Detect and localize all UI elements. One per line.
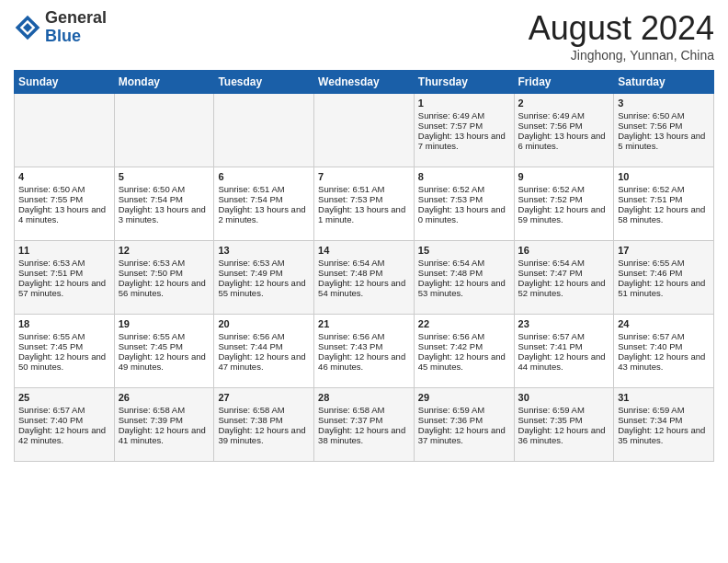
cell-info: Sunset: 7:40 PM (18, 415, 110, 425)
cell-info: Daylight: 13 hours and 7 minutes. (418, 131, 510, 151)
calendar-cell: 21Sunrise: 6:56 AMSunset: 7:43 PMDayligh… (314, 315, 415, 388)
weekday-header-cell: Sunday (15, 71, 115, 94)
calendar-table: SundayMondayTuesdayWednesdayThursdayFrid… (14, 70, 714, 462)
day-number: 17 (618, 245, 710, 256)
day-number: 25 (18, 392, 110, 403)
calendar-cell (214, 94, 314, 167)
cell-info: Sunrise: 6:55 AM (18, 331, 110, 341)
weekday-header-row: SundayMondayTuesdayWednesdayThursdayFrid… (15, 71, 714, 94)
cell-info: Sunrise: 6:50 AM (119, 184, 210, 194)
cell-info: Daylight: 12 hours and 45 minutes. (418, 351, 510, 372)
day-number: 31 (618, 392, 710, 403)
calendar-cell: 12Sunrise: 6:53 AMSunset: 7:50 PMDayligh… (114, 241, 214, 315)
calendar-cell: 30Sunrise: 6:59 AMSunset: 7:35 PMDayligh… (514, 388, 614, 462)
day-number: 20 (218, 318, 310, 329)
weekday-header-cell: Saturday (614, 71, 714, 94)
cell-info: Sunset: 7:44 PM (218, 341, 310, 351)
day-number: 15 (418, 245, 510, 256)
cell-info: Daylight: 13 hours and 0 minutes. (418, 204, 510, 224)
cell-info: Daylight: 13 hours and 5 minutes. (618, 131, 710, 151)
calendar-cell (15, 94, 115, 167)
cell-info: Daylight: 12 hours and 56 minutes. (119, 278, 210, 298)
cell-info: Sunset: 7:54 PM (119, 194, 210, 204)
calendar-cell: 31Sunrise: 6:59 AMSunset: 7:34 PMDayligh… (614, 388, 714, 462)
cell-info: Daylight: 13 hours and 4 minutes. (18, 204, 110, 224)
day-number: 6 (218, 171, 310, 182)
logo: General Blue (14, 9, 107, 46)
cell-info: Sunrise: 6:51 AM (318, 184, 410, 194)
day-number: 21 (318, 318, 410, 329)
calendar-cell: 17Sunrise: 6:55 AMSunset: 7:46 PMDayligh… (614, 241, 714, 315)
cell-info: Sunrise: 6:57 AM (618, 331, 710, 341)
logo-general: General (45, 8, 107, 27)
cell-info: Sunset: 7:41 PM (518, 341, 610, 351)
cell-info: Sunrise: 6:54 AM (518, 258, 610, 268)
calendar-cell: 1Sunrise: 6:49 AMSunset: 7:57 PMDaylight… (414, 94, 514, 167)
calendar-cell: 13Sunrise: 6:53 AMSunset: 7:49 PMDayligh… (214, 241, 314, 315)
calendar-cell: 18Sunrise: 6:55 AMSunset: 7:45 PMDayligh… (15, 315, 115, 388)
cell-info: Sunset: 7:43 PM (318, 341, 410, 351)
calendar-cell: 23Sunrise: 6:57 AMSunset: 7:41 PMDayligh… (514, 315, 614, 388)
calendar-week-row: 11Sunrise: 6:53 AMSunset: 7:51 PMDayligh… (15, 241, 714, 315)
calendar-cell: 22Sunrise: 6:56 AMSunset: 7:42 PMDayligh… (414, 315, 514, 388)
cell-info: Sunset: 7:35 PM (518, 415, 610, 425)
cell-info: Daylight: 12 hours and 41 minutes. (119, 425, 210, 445)
location: Jinghong, Yunnan, China (529, 48, 714, 63)
cell-info: Daylight: 12 hours and 39 minutes. (218, 425, 310, 445)
calendar-cell: 6Sunrise: 6:51 AMSunset: 7:54 PMDaylight… (214, 167, 314, 241)
cell-info: Sunrise: 6:51 AM (218, 184, 310, 194)
cell-info: Daylight: 12 hours and 43 minutes. (618, 351, 710, 372)
calendar-cell: 5Sunrise: 6:50 AMSunset: 7:54 PMDaylight… (114, 167, 214, 241)
cell-info: Sunset: 7:51 PM (18, 268, 110, 278)
day-number: 8 (418, 171, 510, 182)
cell-info: Sunrise: 6:52 AM (518, 184, 610, 194)
cell-info: Sunrise: 6:49 AM (518, 110, 610, 121)
calendar-cell: 11Sunrise: 6:53 AMSunset: 7:51 PMDayligh… (15, 241, 115, 315)
cell-info: Sunrise: 6:59 AM (418, 405, 510, 415)
day-number: 30 (518, 392, 610, 403)
cell-info: Sunset: 7:50 PM (119, 268, 210, 278)
cell-info: Daylight: 12 hours and 37 minutes. (418, 425, 510, 445)
calendar-cell: 19Sunrise: 6:55 AMSunset: 7:45 PMDayligh… (114, 315, 214, 388)
cell-info: Daylight: 13 hours and 1 minute. (318, 204, 410, 224)
cell-info: Daylight: 12 hours and 42 minutes. (18, 425, 110, 445)
day-number: 1 (418, 98, 510, 109)
cell-info: Sunset: 7:52 PM (518, 194, 610, 204)
cell-info: Sunset: 7:56 PM (518, 121, 610, 131)
day-number: 5 (119, 171, 210, 182)
month-title: August 2024 (529, 9, 714, 48)
page-header: General Blue August 2024 Jinghong, Yunna… (14, 9, 714, 63)
title-block: August 2024 Jinghong, Yunnan, China (529, 9, 714, 63)
cell-info: Sunset: 7:56 PM (618, 121, 710, 131)
day-number: 19 (119, 318, 210, 329)
cell-info: Sunset: 7:55 PM (18, 194, 110, 204)
day-number: 24 (618, 318, 710, 329)
cell-info: Sunset: 7:53 PM (318, 194, 410, 204)
logo-blue: Blue (45, 27, 81, 45)
cell-info: Daylight: 13 hours and 3 minutes. (119, 204, 210, 224)
calendar-cell: 14Sunrise: 6:54 AMSunset: 7:48 PMDayligh… (314, 241, 415, 315)
calendar-cell: 15Sunrise: 6:54 AMSunset: 7:48 PMDayligh… (414, 241, 514, 315)
day-number: 26 (119, 392, 210, 403)
cell-info: Sunrise: 6:50 AM (618, 110, 710, 121)
cell-info: Sunrise: 6:58 AM (119, 405, 210, 415)
cell-info: Sunset: 7:47 PM (518, 268, 610, 278)
cell-info: Daylight: 12 hours and 49 minutes. (119, 351, 210, 372)
day-number: 4 (18, 171, 110, 182)
cell-info: Sunset: 7:48 PM (418, 268, 510, 278)
weekday-header-cell: Wednesday (314, 71, 415, 94)
cell-info: Sunrise: 6:57 AM (18, 405, 110, 415)
weekday-header-cell: Friday (514, 71, 614, 94)
cell-info: Daylight: 12 hours and 46 minutes. (318, 351, 410, 372)
cell-info: Daylight: 12 hours and 55 minutes. (218, 278, 310, 298)
cell-info: Daylight: 12 hours and 54 minutes. (318, 278, 410, 298)
cell-info: Daylight: 12 hours and 52 minutes. (518, 278, 610, 298)
cell-info: Sunrise: 6:59 AM (518, 405, 610, 415)
calendar-cell: 3Sunrise: 6:50 AMSunset: 7:56 PMDaylight… (614, 94, 714, 167)
cell-info: Sunset: 7:42 PM (418, 341, 510, 351)
day-number: 10 (618, 171, 710, 182)
calendar-cell (314, 94, 415, 167)
cell-info: Sunset: 7:37 PM (318, 415, 410, 425)
cell-info: Sunrise: 6:54 AM (418, 258, 510, 268)
cell-info: Sunrise: 6:52 AM (418, 184, 510, 194)
